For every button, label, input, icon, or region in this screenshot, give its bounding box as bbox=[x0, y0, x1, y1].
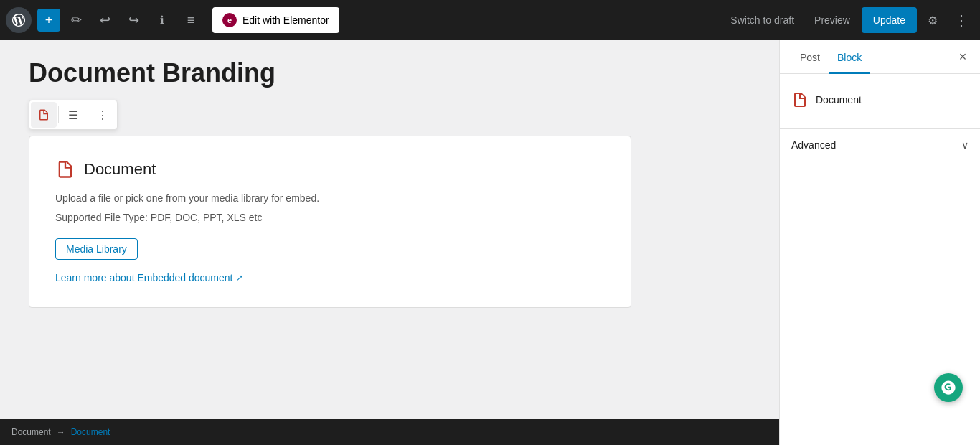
tab-post[interactable]: Post bbox=[791, 40, 829, 74]
wp-logo-icon[interactable] bbox=[6, 7, 32, 33]
document-block: Document Upload a file or pick one from … bbox=[29, 136, 631, 308]
block-toolbar: ☰ ⋮ bbox=[29, 100, 118, 130]
advanced-label: Advanced bbox=[791, 139, 836, 151]
edit-with-elementor-button[interactable]: e Edit with Elementor bbox=[212, 7, 339, 33]
tab-block[interactable]: Block bbox=[829, 40, 870, 74]
document-description-line1: Upload a file or pick one from your medi… bbox=[55, 191, 605, 206]
switch-to-draft-label: Switch to draft bbox=[730, 14, 794, 26]
add-block-button[interactable]: + bbox=[37, 9, 60, 32]
list-icon: ≡ bbox=[187, 13, 195, 28]
document-block-header: Document bbox=[55, 159, 605, 179]
info-button[interactable]: ℹ bbox=[149, 7, 175, 33]
edit-pen-button[interactable]: ✏ bbox=[63, 7, 89, 33]
advanced-section: Advanced ∨ bbox=[780, 128, 980, 161]
breadcrumb-item-document[interactable]: Document bbox=[11, 427, 51, 437]
update-label: Update bbox=[873, 14, 905, 26]
sidebar-tabs: Post Block × bbox=[780, 40, 980, 74]
breadcrumb-separator: → bbox=[57, 427, 65, 437]
grammarly-icon bbox=[941, 380, 956, 395]
grammarly-widget[interactable] bbox=[934, 373, 963, 402]
toolbar-divider bbox=[58, 106, 59, 123]
undo-icon: ↩ bbox=[100, 12, 110, 28]
editor-area: Document Branding ☰ ⋮ Docume bbox=[0, 40, 779, 445]
block-more-button[interactable]: ⋮ bbox=[90, 102, 116, 128]
close-icon: × bbox=[959, 50, 967, 65]
advanced-toggle-button[interactable]: Advanced ∨ bbox=[780, 129, 980, 161]
plus-icon: + bbox=[45, 13, 53, 28]
main-toolbar: + ✏ ↩ ↪ ℹ ≡ e Edit with Elementor Switch… bbox=[0, 0, 980, 40]
gear-icon: ⚙ bbox=[928, 14, 938, 27]
info-icon: ℹ bbox=[160, 14, 164, 27]
update-button[interactable]: Update bbox=[862, 7, 917, 33]
learn-more-text: Learn more about Embedded document bbox=[55, 272, 233, 284]
document-icon bbox=[37, 108, 50, 121]
pen-icon: ✏ bbox=[71, 12, 82, 28]
preview-label: Preview bbox=[814, 14, 850, 26]
external-link-icon: ↗ bbox=[236, 273, 243, 283]
ellipsis-vertical-icon: ⋮ bbox=[954, 11, 969, 29]
more-options-button[interactable]: ⋮ bbox=[948, 7, 974, 33]
document-block-title: Document bbox=[84, 160, 156, 179]
undo-button[interactable]: ↩ bbox=[92, 7, 118, 33]
list-view-button[interactable]: ≡ bbox=[178, 7, 204, 33]
media-library-button[interactable]: Media Library bbox=[55, 238, 138, 260]
block-list-view-button[interactable]: ☰ bbox=[60, 102, 86, 128]
document-description-line2: Supported File Type: PDF, DOC, PPT, XLS … bbox=[55, 210, 605, 225]
toolbar-divider-2 bbox=[88, 106, 88, 123]
chevron-down-icon: ∨ bbox=[961, 139, 969, 151]
elementor-btn-label: Edit with Elementor bbox=[242, 14, 329, 26]
redo-button[interactable]: ↪ bbox=[121, 7, 146, 33]
preview-button[interactable]: Preview bbox=[806, 10, 859, 30]
breadcrumb-bar: Document → Document bbox=[0, 419, 779, 445]
ellipsis-icon: ⋮ bbox=[97, 108, 108, 122]
main-layout: Document Branding ☰ ⋮ Docume bbox=[0, 40, 980, 445]
sidebar-close-button[interactable]: × bbox=[951, 45, 974, 68]
block-panel-doc-icon bbox=[791, 91, 809, 108]
settings-button[interactable]: ⚙ bbox=[920, 7, 946, 33]
page-title: Document Branding bbox=[29, 57, 750, 88]
switch-to-draft-button[interactable]: Switch to draft bbox=[722, 10, 803, 30]
media-library-label: Media Library bbox=[66, 243, 127, 255]
block-panel-name: Document bbox=[816, 94, 862, 106]
list-lines-icon: ☰ bbox=[68, 108, 78, 122]
block-panel: Document bbox=[780, 74, 980, 126]
document-red-icon bbox=[55, 159, 75, 179]
block-type-button[interactable] bbox=[31, 102, 57, 128]
learn-more-link[interactable]: Learn more about Embedded document ↗ bbox=[55, 272, 243, 284]
elementor-e-letter: e bbox=[227, 16, 232, 24]
breadcrumb-item-document-active[interactable]: Document bbox=[71, 427, 110, 437]
block-panel-item: Document bbox=[791, 85, 969, 114]
elementor-icon: e bbox=[222, 13, 237, 27]
redo-icon: ↪ bbox=[128, 12, 139, 28]
